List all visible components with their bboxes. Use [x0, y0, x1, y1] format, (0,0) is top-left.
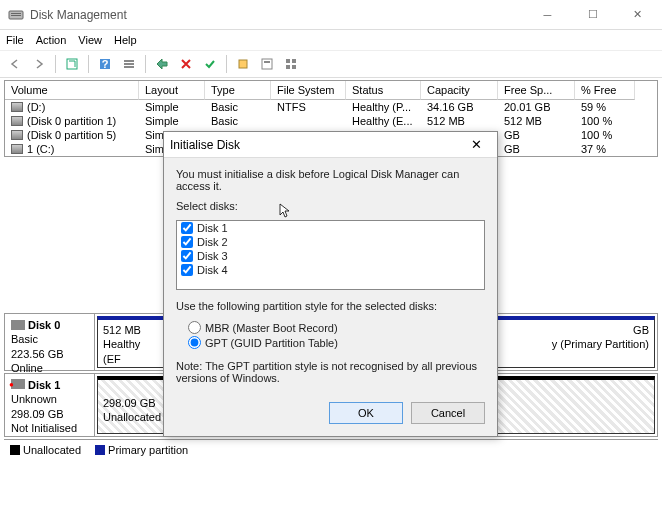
- svg-rect-9: [239, 60, 247, 68]
- delete-button[interactable]: [175, 53, 197, 75]
- svg-rect-13: [292, 59, 296, 63]
- svg-rect-11: [264, 61, 270, 63]
- legend: Unallocated Primary partition: [4, 439, 658, 460]
- disk-checkbox-item[interactable]: Disk 4: [177, 263, 484, 277]
- check-button[interactable]: [199, 53, 221, 75]
- svg-rect-14: [286, 65, 290, 69]
- col-fs[interactable]: File System: [271, 81, 346, 100]
- list-button[interactable]: [118, 53, 140, 75]
- disk-select-list[interactable]: Disk 1Disk 2Disk 3Disk 4: [176, 220, 485, 290]
- svg-rect-6: [124, 60, 134, 62]
- radio-mbr[interactable]: MBR (Master Boot Record): [176, 320, 485, 335]
- props-button[interactable]: [256, 53, 278, 75]
- gpt-radio[interactable]: [188, 336, 201, 349]
- wizard-button[interactable]: [232, 53, 254, 75]
- grid-button[interactable]: [280, 53, 302, 75]
- partition[interactable]: 512 MBHealthy (EF: [97, 316, 167, 368]
- disk-checkbox-item[interactable]: Disk 2: [177, 235, 484, 249]
- col-free[interactable]: Free Sp...: [498, 81, 575, 100]
- cancel-button[interactable]: Cancel: [411, 402, 485, 424]
- menu-view[interactable]: View: [78, 34, 102, 46]
- mbr-radio[interactable]: [188, 321, 201, 334]
- svg-rect-10: [262, 59, 272, 69]
- col-type[interactable]: Type: [205, 81, 271, 100]
- svg-rect-2: [11, 15, 21, 16]
- col-volume[interactable]: Volume: [5, 81, 139, 100]
- menu-help[interactable]: Help: [114, 34, 137, 46]
- volume-table-header: Volume Layout Type File System Status Ca…: [5, 81, 657, 100]
- col-capacity[interactable]: Capacity: [421, 81, 498, 100]
- window-title: Disk Management: [30, 8, 525, 22]
- disk-checkbox[interactable]: [181, 250, 193, 262]
- back-button[interactable]: [4, 53, 26, 75]
- disk-icon: [11, 320, 25, 330]
- col-layout[interactable]: Layout: [139, 81, 205, 100]
- disk-info: Disk 1 Unknown 298.09 GB Not Initialised: [5, 374, 95, 436]
- initialize-disk-dialog: Initialise Disk ✕ You must initialise a …: [163, 131, 498, 437]
- ok-button[interactable]: OK: [329, 402, 403, 424]
- svg-rect-7: [124, 63, 134, 65]
- dialog-titlebar: Initialise Disk ✕: [164, 132, 497, 158]
- svg-rect-1: [11, 13, 21, 14]
- disk-checkbox-item[interactable]: Disk 3: [177, 249, 484, 263]
- svg-rect-15: [292, 65, 296, 69]
- disk-info: Disk 0 Basic 223.56 GB Online: [5, 314, 95, 370]
- menu-file[interactable]: File: [6, 34, 24, 46]
- app-icon: [8, 7, 24, 23]
- forward-button[interactable]: [28, 53, 50, 75]
- menubar: File Action View Help: [0, 30, 662, 50]
- col-pct[interactable]: % Free: [575, 81, 635, 100]
- toolbar: ?: [0, 50, 662, 78]
- minimize-button[interactable]: ─: [525, 1, 570, 29]
- disk-checkbox[interactable]: [181, 236, 193, 248]
- col-status[interactable]: Status: [346, 81, 421, 100]
- svg-text:?: ?: [102, 58, 109, 70]
- menu-action[interactable]: Action: [36, 34, 67, 46]
- svg-rect-8: [124, 66, 134, 68]
- disk-checkbox[interactable]: [181, 222, 193, 234]
- maximize-button[interactable]: ☐: [570, 1, 615, 29]
- help-button[interactable]: ?: [94, 53, 116, 75]
- partition-style-label: Use the following partition style for th…: [176, 300, 485, 312]
- volume-row[interactable]: (Disk 0 partition 1) SimpleBasic Healthy…: [5, 114, 657, 128]
- disk-checkbox[interactable]: [181, 264, 193, 276]
- dialog-title: Initialise Disk: [170, 138, 461, 152]
- select-disks-label: Select disks:: [176, 200, 485, 212]
- legend-swatch-unalloc: [10, 445, 20, 455]
- dialog-message: You must initialise a disk before Logica…: [176, 168, 485, 192]
- radio-gpt[interactable]: GPT (GUID Partition Table): [176, 335, 485, 350]
- disk-error-icon: [11, 379, 25, 389]
- legend-swatch-primary: [95, 445, 105, 455]
- close-button[interactable]: ✕: [615, 1, 660, 29]
- disk-checkbox-item[interactable]: Disk 1: [177, 221, 484, 235]
- svg-rect-12: [286, 59, 290, 63]
- titlebar: Disk Management ─ ☐ ✕: [0, 0, 662, 30]
- refresh-button[interactable]: [61, 53, 83, 75]
- volume-row[interactable]: (D:) SimpleBasic NTFSHealthy (P... 34.16…: [5, 100, 657, 114]
- dialog-close-button[interactable]: ✕: [461, 137, 491, 152]
- action-button[interactable]: [151, 53, 173, 75]
- dialog-note: Note: The GPT partition style is not rec…: [176, 360, 485, 384]
